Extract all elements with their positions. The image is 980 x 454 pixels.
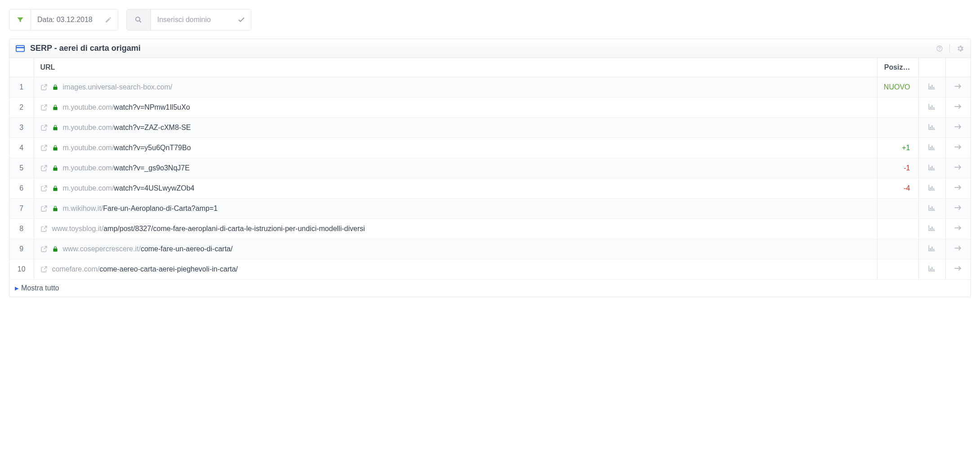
settings-button[interactable] [956, 45, 964, 53]
row-details-button[interactable] [945, 259, 971, 280]
chart-icon [928, 123, 936, 130]
submit-domain-button[interactable] [232, 9, 251, 30]
https-lock-icon [52, 84, 58, 91]
row-chart-button[interactable] [918, 259, 945, 280]
url-path: come-fare-un-aereo-di-carta/ [141, 245, 233, 253]
row-details-button[interactable] [945, 138, 971, 158]
row-chart-button[interactable] [918, 98, 945, 118]
row-url-cell: comefare.com/come-aereo-carta-aerei-pieg… [34, 259, 877, 280]
external-link-icon[interactable] [40, 104, 48, 111]
panel-actions [936, 44, 964, 53]
row-position [877, 98, 918, 118]
url-link[interactable]: m.youtube.com/watch?v=NPmw1Il5uXo [63, 103, 190, 111]
url-domain: www.toysblog.it/ [52, 225, 104, 232]
svg-rect-34 [933, 229, 934, 230]
url-link[interactable]: m.youtube.com/watch?v=_gs9o3NqJ7E [63, 164, 190, 172]
table-row: 2m.youtube.com/watch?v=NPmw1Il5uXo [9, 98, 971, 118]
external-link-icon[interactable] [40, 185, 48, 192]
external-link-icon[interactable] [40, 144, 48, 151]
row-chart-button[interactable] [918, 138, 945, 158]
row-details-button[interactable] [945, 158, 971, 178]
https-lock-icon [52, 245, 58, 253]
show-all-link[interactable]: Mostra tutto [21, 284, 59, 292]
col-header-url[interactable]: URL [34, 58, 877, 77]
url-path: watch?v=_gs9o3NqJ7E [114, 164, 190, 172]
svg-rect-20 [930, 167, 931, 169]
row-chart-button[interactable] [918, 158, 945, 178]
row-details-button[interactable] [945, 219, 971, 239]
row-details-button[interactable] [945, 118, 971, 138]
gear-icon [956, 45, 964, 53]
panel-icon [16, 45, 25, 52]
url-link[interactable]: m.youtube.com/watch?v=ZAZ-cXM8-SE [63, 124, 191, 132]
row-chart-button[interactable] [918, 178, 945, 199]
svg-rect-8 [930, 107, 931, 109]
row-position [877, 219, 918, 239]
row-number: 9 [9, 239, 34, 259]
svg-rect-4 [930, 86, 931, 89]
url-path: watch?v=NPmw1Il5uXo [114, 103, 190, 111]
url-link[interactable]: www.cosepercrescere.it/come-fare-un-aere… [63, 245, 233, 253]
row-number: 2 [9, 98, 34, 118]
arrow-right-icon [954, 205, 962, 211]
external-link-icon[interactable] [40, 245, 48, 253]
url-domain: comefare.com/ [52, 265, 100, 273]
url-link[interactable]: m.youtube.com/watch?v=y5u6QnT79Bo [63, 144, 191, 152]
svg-rect-29 [931, 206, 932, 210]
panel-header: SERP - aerei di carta origami [9, 39, 971, 58]
svg-rect-32 [930, 228, 931, 230]
search-button[interactable] [127, 9, 151, 30]
help-button[interactable] [936, 45, 943, 52]
https-lock-icon [52, 104, 58, 111]
row-number: 5 [9, 158, 34, 178]
url-link[interactable]: images.universal-search-box.com/ [63, 83, 173, 91]
arrow-right-icon [954, 164, 962, 170]
external-link-icon[interactable] [40, 165, 48, 172]
svg-line-1 [139, 21, 141, 22]
svg-rect-16 [930, 147, 931, 149]
https-lock-icon [52, 144, 58, 151]
arrow-right-icon [954, 103, 962, 110]
row-details-button[interactable] [945, 77, 971, 98]
date-label: Data: 03.12.2018 [31, 16, 99, 24]
row-url-cell: images.universal-search-box.com/ [34, 77, 877, 98]
row-chart-button[interactable] [918, 77, 945, 98]
domain-input[interactable] [151, 9, 232, 30]
url-link[interactable]: m.wikihow.it/Fare-un-Aeroplano-di-Carta?… [63, 205, 218, 213]
row-details-button[interactable] [945, 178, 971, 199]
svg-rect-17 [931, 146, 932, 149]
url-link[interactable]: m.youtube.com/watch?v=4USLwywZOb4 [63, 184, 195, 192]
row-details-button[interactable] [945, 199, 971, 219]
row-details-button[interactable] [945, 239, 971, 259]
edit-date-button[interactable] [99, 9, 118, 30]
chart-icon [928, 103, 936, 110]
svg-rect-21 [931, 166, 932, 169]
row-url-cell: m.youtube.com/watch?v=y5u6QnT79Bo [34, 138, 877, 158]
row-chart-button[interactable] [918, 199, 945, 219]
svg-rect-36 [930, 248, 931, 250]
external-link-icon[interactable] [40, 266, 48, 273]
external-link-icon[interactable] [40, 205, 48, 212]
row-details-button[interactable] [945, 98, 971, 118]
url-link[interactable]: www.toysblog.it/amp/post/8327/come-fare-… [52, 225, 365, 233]
https-lock-icon [52, 205, 58, 212]
svg-rect-10 [933, 107, 934, 109]
external-link-icon[interactable] [40, 225, 48, 232]
table-row: 10comefare.com/come-aereo-carta-aerei-pi… [9, 259, 971, 280]
filter-button[interactable] [9, 9, 31, 30]
row-chart-button[interactable] [918, 219, 945, 239]
pencil-icon [105, 16, 112, 23]
external-link-icon[interactable] [40, 84, 48, 91]
external-link-icon[interactable] [40, 124, 48, 131]
chart-icon [928, 143, 936, 151]
url-domain: images.universal-search-box.com/ [63, 83, 173, 91]
col-header-position[interactable]: Posiz… [877, 58, 918, 77]
row-url-cell: www.cosepercrescere.it/come-fare-un-aere… [34, 239, 877, 259]
table-row: 5m.youtube.com/watch?v=_gs9o3NqJ7E-1 [9, 158, 971, 178]
svg-rect-6 [933, 87, 934, 89]
row-chart-button[interactable] [918, 239, 945, 259]
row-chart-button[interactable] [918, 118, 945, 138]
url-link[interactable]: comefare.com/come-aereo-carta-aerei-pieg… [52, 265, 238, 273]
arrow-right-icon [954, 144, 962, 150]
table-row: 3m.youtube.com/watch?v=ZAZ-cXM8-SE [9, 118, 971, 138]
